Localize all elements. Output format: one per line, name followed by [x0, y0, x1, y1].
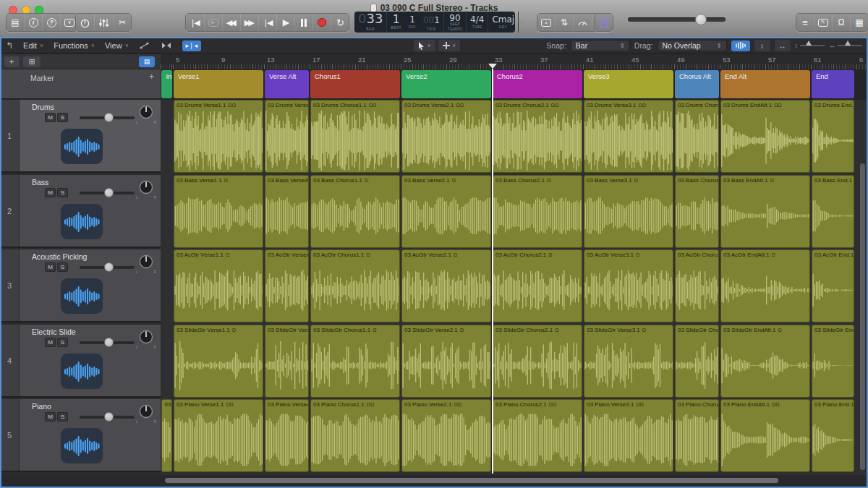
track-icon[interactable] [61, 129, 103, 164]
smart-controls-icon[interactable] [76, 14, 94, 31]
section-marker[interactable]: Verse3 [584, 70, 673, 98]
inspector-icon[interactable]: i [25, 14, 42, 31]
horizontal-zoom-slider[interactable]: ↔ [829, 42, 862, 49]
mute-button[interactable]: M [45, 338, 56, 347]
region[interactable]: 03 Piano Chorus1.1ΩΩ [310, 399, 400, 472]
region[interactable]: 03 [161, 399, 172, 472]
region[interactable]: 03 AcGtr Verse2.1Ω [401, 249, 491, 322]
autopunch-icon[interactable]: ⇅ [556, 14, 573, 31]
tuner-icon[interactable] [574, 14, 592, 31]
pointer-tool-menu[interactable]: ∨ [414, 40, 435, 51]
region[interactable]: 03 Bass Chorus2.1Ω [493, 175, 582, 248]
functions-menu[interactable]: Functions∨ [54, 41, 95, 50]
marker-track-header[interactable]: Marker + [0, 69, 161, 100]
automation-icon[interactable] [139, 41, 150, 50]
region[interactable]: 03 Drums Verse1.1ΩΩ [174, 100, 263, 173]
mute-button[interactable]: M [45, 188, 56, 197]
mute-button[interactable]: M [45, 412, 56, 421]
region[interactable]: 03 Drums Chorus1.1ΩΩ [310, 100, 400, 173]
command-click-tool-menu[interactable]: ∨ [438, 40, 460, 51]
track-volume-thumb[interactable] [104, 113, 114, 122]
rewind-icon[interactable]: ◀◀ [223, 14, 240, 31]
add-marker-button[interactable]: + [149, 72, 154, 82]
replace-icon[interactable]: × [537, 14, 555, 31]
snap-select[interactable]: Bar⇕ [571, 40, 630, 51]
track-volume-thumb[interactable] [104, 188, 114, 197]
pause-icon[interactable] [295, 14, 312, 31]
master-volume-thumb[interactable] [695, 14, 707, 25]
view-menu[interactable]: View∨ [105, 41, 129, 50]
pan-knob[interactable] [137, 403, 155, 420]
track-header-acoustic-picking[interactable]: 3Acoustic PickingMSLR [0, 249, 161, 322]
edit-menu[interactable]: Edit∨ [23, 41, 43, 50]
region[interactable]: 03 AcGtr Chorus [675, 249, 719, 322]
region[interactable]: 03 Bass ChorusAl [675, 175, 719, 248]
lcd-display[interactable]: 033 BAR 1BEAT 1DIV 001 TICK 90 KEEP TEMP… [354, 12, 515, 33]
track-volume-thumb[interactable] [104, 338, 114, 347]
region[interactable]: 03 Piano Verse1.1ΩΩ [174, 399, 263, 472]
section-marker[interactable]: Verse2 [401, 70, 491, 98]
region[interactable]: 03 Drums Verse3.1ΩΩ [584, 100, 673, 173]
region[interactable]: 03 SlideGtr EndAlt.1Ω [720, 325, 810, 398]
region[interactable]: 03 Piano Verse2.1ΩΩ [401, 399, 491, 472]
metronome-icon[interactable] [595, 14, 613, 31]
region[interactable]: 03 Drums Chorus [675, 100, 719, 173]
list-editors-icon[interactable]: ≡ [796, 14, 814, 31]
section-marker[interactable]: Int [161, 70, 172, 98]
track-volume-slider[interactable] [80, 416, 135, 419]
region[interactable]: 03 AcGtr VerseAlt [265, 249, 309, 322]
flex-icon[interactable] [161, 41, 172, 50]
playhead-handle[interactable] [488, 64, 497, 69]
track-volume-slider[interactable] [80, 116, 135, 119]
solo-button[interactable]: S [57, 188, 68, 197]
horizontal-scrollbar[interactable] [165, 478, 778, 483]
track-header-drums[interactable]: 1DrumsMSLR [0, 100, 161, 173]
track-volume-slider[interactable] [80, 266, 135, 269]
quick-help-icon[interactable]: ? [43, 14, 60, 31]
note-pads-icon[interactable]: ✎ [814, 14, 832, 31]
drag-select[interactable]: No Overlap⇕ [658, 40, 727, 51]
track-icon[interactable] [61, 204, 103, 239]
track-name[interactable]: Drums [32, 103, 54, 111]
region[interactable]: 03 AcGtr Chorus2.1Ω [493, 249, 582, 322]
region[interactable]: 03 Bass End.1 [812, 175, 854, 248]
region[interactable]: 03 Bass VerseAlt. [265, 175, 309, 248]
region[interactable]: 03 Drums Chorus2.1ΩΩ [493, 100, 582, 173]
region[interactable]: 03 SlideGtr Chorus2.1Ω [493, 325, 582, 398]
play-from-selection-icon[interactable]: ▶ [205, 14, 222, 31]
region[interactable]: 03 Bass EndAlt.1Ω [720, 175, 810, 248]
region[interactable]: 03 Drums VerseAl [265, 100, 309, 173]
region[interactable]: 03 AcGtr End.1 [812, 249, 854, 322]
section-marker[interactable]: End [812, 70, 854, 98]
vertical-auto-zoom-button[interactable]: ↕ [754, 40, 770, 51]
region[interactable]: 03 Bass Verse2.1Ω [401, 175, 491, 248]
section-marker[interactable]: Chorus1 [310, 70, 400, 98]
section-marker[interactable]: Chorus Alt [675, 70, 719, 98]
region[interactable]: 03 Piano End.1 [812, 399, 854, 472]
track-header-bass[interactable]: 2BassMSLR [0, 175, 161, 248]
pan-knob[interactable] [137, 179, 155, 196]
region[interactable]: 03 Piano ChorusA [675, 399, 719, 472]
track-icon[interactable] [61, 428, 103, 463]
section-marker[interactable]: Chorus2 [493, 70, 582, 98]
play-icon[interactable]: ▶ [277, 14, 294, 31]
pan-knob[interactable] [137, 103, 155, 121]
lcd-mode-chevron-icon[interactable]: ∨ [519, 12, 523, 33]
mute-button[interactable]: M [45, 113, 56, 122]
track-icon[interactable] [61, 278, 103, 314]
section-marker[interactable]: Verse1 [174, 70, 263, 98]
mixer-icon[interactable] [95, 14, 113, 31]
mute-button[interactable]: M [45, 262, 56, 272]
region[interactable]: 03 SlideGtr Choru [675, 325, 719, 398]
track-name[interactable]: Bass [32, 178, 48, 187]
record-icon[interactable] [313, 14, 331, 31]
global-tracks-button[interactable]: ▤ [139, 56, 155, 67]
forward-icon[interactable]: ▶▶ [241, 14, 258, 31]
region[interactable]: 03 Drums EndAlt.1ΩΩ [720, 100, 810, 173]
track-volume-thumb[interactable] [104, 262, 114, 272]
section-marker[interactable]: End Alt [720, 70, 810, 98]
solo-button[interactable]: S [57, 113, 68, 122]
duplicate-track-button[interactable]: ⊞ [23, 56, 41, 67]
region[interactable]: 03 SlideGtr Verse2.1Ω [401, 325, 491, 398]
region[interactable]: 03 AcGtr EndAlt.1Ω [720, 249, 810, 322]
